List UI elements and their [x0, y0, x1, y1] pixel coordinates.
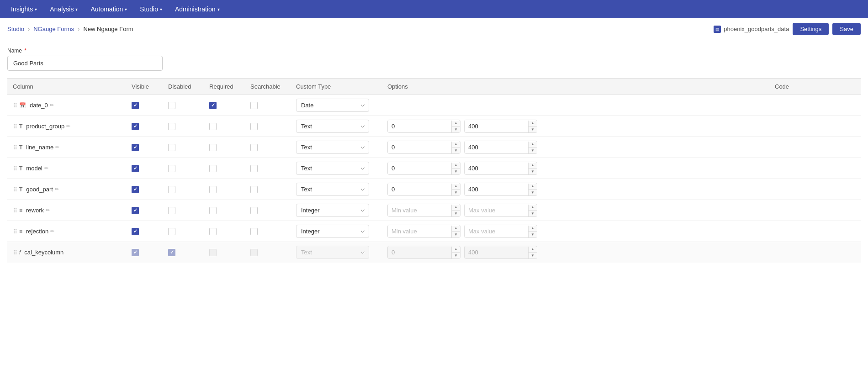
drag-handle-product_group[interactable]: ⠿ T product_group ✏ [7, 116, 126, 137]
searchable-checkbox-good_part[interactable] [250, 186, 258, 193]
visible-checkbox-rework[interactable] [132, 207, 139, 214]
options-min-down-rework[interactable]: ▼ [452, 211, 460, 216]
options-min-down-rejection[interactable]: ▼ [452, 232, 460, 237]
options-min-up-rework[interactable]: ▲ [452, 205, 460, 211]
drag-grip[interactable]: ⠿ [13, 144, 17, 151]
disabled-checkbox-rework[interactable] [168, 207, 175, 214]
drag-grip[interactable]: ⠿ [13, 249, 17, 256]
visible-checkbox-product_group[interactable] [132, 123, 139, 130]
drag-grip[interactable]: ⠿ [13, 165, 17, 172]
drag-grip[interactable]: ⠿ [13, 228, 17, 235]
options-max-input-product_group[interactable] [465, 120, 528, 132]
edit-icon-product_group[interactable]: ✏ [66, 123, 70, 129]
type-select-model[interactable]: DateTextIntegerFloatBoolean [296, 162, 369, 175]
options-min-input-model[interactable] [388, 162, 451, 174]
options-min-up-rejection[interactable]: ▲ [452, 226, 460, 232]
save-button[interactable]: Save [832, 23, 861, 35]
searchable-checkbox-rejection[interactable] [250, 228, 258, 235]
options-max-down-rejection[interactable]: ▼ [529, 232, 537, 237]
required-checkbox-rework[interactable] [209, 207, 217, 214]
options-max-input-line_name[interactable] [465, 141, 528, 153]
required-checkbox-rejection[interactable] [209, 228, 217, 235]
drag-grip[interactable]: ⠿ [13, 102, 17, 109]
searchable-checkbox-line_name[interactable] [250, 144, 258, 151]
options-min-input-line_name[interactable] [388, 141, 451, 153]
type-select-line_name[interactable]: DateTextIntegerFloatBoolean [296, 141, 369, 154]
type-select-date_0[interactable]: DateTextIntegerFloatBoolean [296, 99, 369, 112]
type-select-cal_keycolumn[interactable]: DateTextIntegerFloatBoolean [296, 246, 369, 259]
nav-automation[interactable]: Automation ▾ [85, 3, 132, 16]
breadcrumb-studio[interactable]: Studio [7, 26, 24, 32]
searchable-checkbox-model[interactable] [250, 165, 258, 172]
searchable-checkbox-rework[interactable] [250, 207, 258, 214]
nav-insights[interactable]: Insights ▾ [5, 3, 42, 16]
options-min-up-good_part[interactable]: ▲ [452, 184, 460, 190]
options-max-down-good_part[interactable]: ▼ [529, 190, 537, 195]
options-max-up-model[interactable]: ▲ [529, 163, 537, 169]
options-min-up-line_name[interactable]: ▲ [452, 142, 460, 148]
options-max-input-rework[interactable] [465, 204, 528, 216]
breadcrumb-ngauge-forms[interactable]: NGauge Forms [33, 26, 74, 32]
type-select-rework[interactable]: DateTextIntegerFloatBoolean [296, 204, 369, 217]
nav-administration[interactable]: Administration ▾ [169, 3, 225, 16]
disabled-checkbox-product_group[interactable] [168, 123, 175, 130]
options-max-down-model[interactable]: ▼ [529, 169, 537, 174]
required-checkbox-good_part[interactable] [209, 186, 217, 193]
drag-grip[interactable]: ⠿ [13, 123, 17, 130]
visible-checkbox-cal_keycolumn[interactable] [132, 249, 139, 256]
options-min-input-product_group[interactable] [388, 120, 451, 132]
options-max-up-line_name[interactable]: ▲ [529, 142, 537, 148]
options-min-up-model[interactable]: ▲ [452, 163, 460, 169]
required-checkbox-product_group[interactable] [209, 123, 217, 130]
drag-handle-good_part[interactable]: ⠿ T good_part ✏ [7, 179, 126, 200]
type-select-good_part[interactable]: DateTextIntegerFloatBoolean [296, 183, 369, 196]
drag-handle-date_0[interactable]: ⠿ 📅 date_0 ✏ [7, 95, 126, 116]
options-min-input-rework[interactable] [388, 204, 451, 216]
edit-icon-rejection[interactable]: ✏ [50, 228, 54, 234]
disabled-checkbox-good_part[interactable] [168, 186, 175, 193]
options-max-down-product_group[interactable]: ▼ [529, 127, 537, 132]
options-max-down-rework[interactable]: ▼ [529, 211, 537, 216]
drag-handle-model[interactable]: ⠿ T model ✏ [7, 158, 126, 179]
options-min-down-product_group[interactable]: ▼ [452, 127, 460, 132]
drag-handle-rejection[interactable]: ⠿ ≡ rejection ✏ [7, 221, 126, 242]
options-max-up-product_group[interactable]: ▲ [529, 121, 537, 127]
type-select-rejection[interactable]: DateTextIntegerFloatBoolean [296, 225, 369, 238]
options-max-input-model[interactable] [465, 162, 528, 174]
visible-checkbox-line_name[interactable] [132, 144, 139, 151]
disabled-checkbox-rejection[interactable] [168, 228, 175, 235]
visible-checkbox-good_part[interactable] [132, 186, 139, 193]
nav-studio[interactable]: Studio ▾ [134, 3, 168, 16]
options-min-up-product_group[interactable]: ▲ [452, 121, 460, 127]
options-min-down-line_name[interactable]: ▼ [452, 148, 460, 153]
options-max-up-good_part[interactable]: ▲ [529, 184, 537, 190]
options-max-down-line_name[interactable]: ▼ [529, 148, 537, 153]
options-min-down-good_part[interactable]: ▼ [452, 190, 460, 195]
options-max-up-rejection[interactable]: ▲ [529, 226, 537, 232]
nav-analysis[interactable]: Analysis ▾ [44, 3, 83, 16]
disabled-checkbox-line_name[interactable] [168, 144, 175, 151]
visible-checkbox-rejection[interactable] [132, 228, 139, 235]
drag-grip[interactable]: ⠿ [13, 207, 17, 214]
searchable-checkbox-date_0[interactable] [250, 102, 258, 109]
name-input[interactable] [7, 56, 163, 71]
drag-handle-cal_keycolumn[interactable]: ⠿ f cal_keycolumn [7, 242, 126, 263]
options-max-input-rejection[interactable] [465, 225, 528, 237]
disabled-checkbox-date_0[interactable] [168, 102, 175, 109]
searchable-checkbox-product_group[interactable] [250, 123, 258, 130]
settings-button[interactable]: Settings [793, 23, 829, 35]
drag-handle-rework[interactable]: ⠿ ≡ rework ✏ [7, 200, 126, 221]
options-max-input-good_part[interactable] [465, 183, 528, 195]
edit-icon-good_part[interactable]: ✏ [55, 186, 59, 192]
options-min-input-good_part[interactable] [388, 183, 451, 195]
options-min-down-model[interactable]: ▼ [452, 169, 460, 174]
edit-icon-date_0[interactable]: ✏ [50, 102, 54, 108]
visible-checkbox-model[interactable] [132, 165, 139, 172]
edit-icon-rework[interactable]: ✏ [46, 207, 50, 213]
disabled-checkbox-model[interactable] [168, 165, 175, 172]
drag-grip[interactable]: ⠿ [13, 186, 17, 193]
visible-checkbox-date_0[interactable] [132, 102, 139, 109]
type-select-product_group[interactable]: DateTextIntegerFloatBoolean [296, 120, 369, 133]
edit-icon-line_name[interactable]: ✏ [55, 144, 59, 150]
required-checkbox-line_name[interactable] [209, 144, 217, 151]
